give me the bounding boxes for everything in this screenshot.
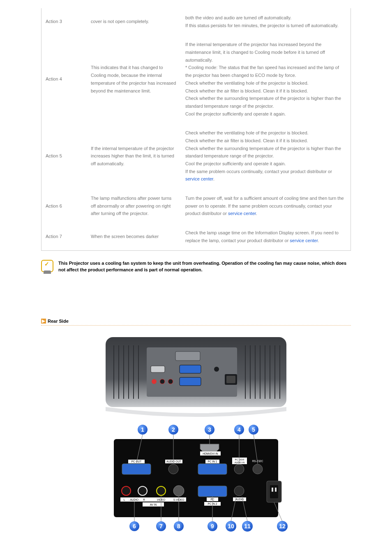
action-cause: If the internal temperature of the proje… <box>87 123 181 189</box>
callout-9: 9 <box>211 523 214 530</box>
action-label: Action 5 <box>42 123 87 189</box>
action-label: Action 4 <box>42 35 87 123</box>
svg-rect-25 <box>226 376 235 383</box>
divider <box>41 325 351 326</box>
svg-point-22 <box>168 379 173 384</box>
label-pcin1: PC IN 1 <box>208 460 217 463</box>
note-block: This Projector uses a cooling fan system… <box>41 260 351 273</box>
action-cause: The lamp malfunctions after power turns … <box>87 189 181 223</box>
svg-point-19 <box>214 367 219 372</box>
label-rs232: RS-232C <box>252 460 263 462</box>
callout-8: 8 <box>177 523 180 530</box>
label-avin: AV IN <box>150 503 157 506</box>
callout-3: 3 <box>208 426 211 433</box>
svg-rect-47 <box>198 486 227 497</box>
svg-point-44 <box>138 486 147 495</box>
action-remedy: both the video and audio are turned off … <box>181 8 351 35</box>
callout-12: 12 <box>279 523 286 530</box>
label-audio: - AUDIO - <box>129 498 140 501</box>
callout-2: 2 <box>172 426 175 433</box>
note-text: This Projector uses a cooling fan system… <box>58 260 351 273</box>
callout-1: 1 <box>141 426 144 433</box>
svg-text:AUDIO IN: AUDIO IN <box>235 461 244 464</box>
svg-point-45 <box>157 486 166 495</box>
section-title-text: Rear Side <box>48 319 69 324</box>
action-remedy: Check whether the ventilating hole of th… <box>181 123 351 189</box>
table-row: Action 7 When the screen becomes darker … <box>42 223 351 250</box>
callout-10: 10 <box>228 523 234 530</box>
svg-rect-56 <box>272 488 273 492</box>
bullet-icon: ▶ <box>41 319 46 324</box>
label-hdmi: HDMI/DVI IN <box>203 452 218 455</box>
rear-side-figure: 1 2 3 4 5 HDMI/DVI IN PC OUT AUDIO OUT P… <box>41 333 351 547</box>
svg-rect-55 <box>270 485 278 498</box>
table-row: Action 5 If the internal temperature of … <box>42 123 351 189</box>
remedy-text: Turn the power off, wait for a sufficien… <box>185 196 344 216</box>
label-pc1audio: PC 1/DVI <box>235 458 244 461</box>
svg-point-39 <box>234 464 244 474</box>
callout-7: 7 <box>159 523 163 530</box>
remedy-text: Check whether the ventilating hole of th… <box>185 130 341 173</box>
action-cause: This indicates that it has changed to Co… <box>87 35 181 123</box>
actions-table: Action 3 cover is not open completely. b… <box>41 8 351 251</box>
table-row: Action 4 This indicates that it has chan… <box>42 35 351 123</box>
svg-rect-37 <box>198 464 227 474</box>
section-title-rear-side: ▶ Rear Side <box>41 319 351 324</box>
svg-point-43 <box>122 486 131 495</box>
svg-point-48 <box>234 486 244 496</box>
label-audio-r: R <box>143 498 145 501</box>
svg-rect-23 <box>180 377 201 386</box>
label-audioout: AUDIO OUT <box>166 460 181 463</box>
svg-point-21 <box>160 379 165 384</box>
action-label: Action 3 <box>42 8 87 35</box>
note-icon <box>41 260 53 272</box>
svg-rect-17 <box>151 366 165 372</box>
svg-point-35 <box>168 464 178 474</box>
table-row: Action 3 cover is not open completely. b… <box>42 8 351 35</box>
action-label: Action 7 <box>42 223 87 250</box>
svg-point-42 <box>253 464 263 474</box>
svg-rect-57 <box>275 488 277 492</box>
callout-6: 6 <box>133 523 136 530</box>
svg-rect-18 <box>180 365 201 373</box>
table-row: Action 6 The lamp malfunctions after pow… <box>42 189 351 223</box>
rear-side-diagram: 1 2 3 4 5 HDMI/DVI IN PC OUT AUDIO OUT P… <box>81 333 311 547</box>
svg-point-46 <box>173 486 184 496</box>
svg-rect-16 <box>175 352 200 361</box>
action-cause: cover is not open completely. <box>87 8 181 35</box>
remedy-text-post: . <box>213 176 214 181</box>
action-remedy: If the internal temperature of the proje… <box>181 35 351 123</box>
service-center-link[interactable]: service center <box>228 211 256 216</box>
svg-rect-31 <box>114 439 278 517</box>
action-label: Action 6 <box>42 189 87 223</box>
callout-4: 4 <box>238 426 241 433</box>
remedy-text-post: . <box>318 238 319 243</box>
svg-point-20 <box>152 379 157 384</box>
action-remedy: Turn the power off, wait for a sufficien… <box>181 189 351 223</box>
service-center-link[interactable]: service center <box>290 238 318 243</box>
action-cause: When the screen becomes darker <box>87 223 181 250</box>
callout-11: 11 <box>244 523 251 530</box>
callout-5: 5 <box>252 426 255 433</box>
action-remedy: Check the lamp usage time on the Informa… <box>181 223 351 250</box>
label-audio-l: L <box>124 498 125 501</box>
svg-rect-33 <box>122 464 151 474</box>
remedy-text-post: . <box>256 211 257 216</box>
service-center-link[interactable]: service center <box>185 176 213 181</box>
